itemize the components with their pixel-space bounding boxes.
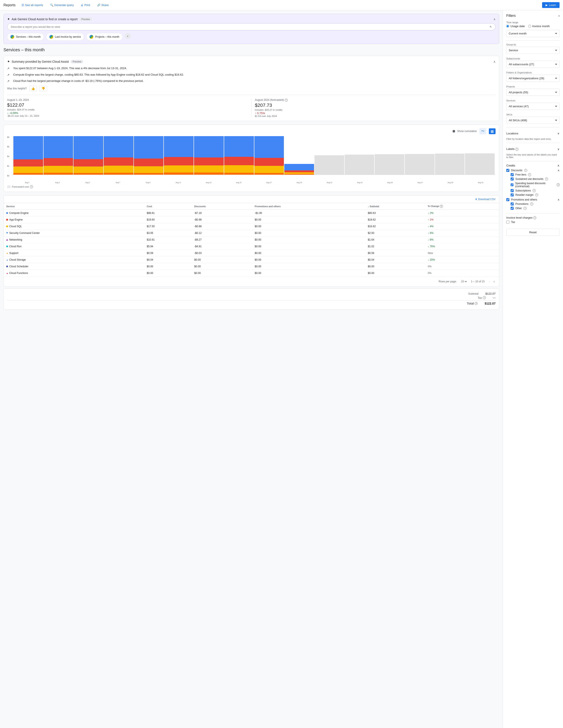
- table-footer: Rows per page: 10 25 50 1 – 10 of 15 ‹ ›: [4, 277, 499, 286]
- promotions-cell: $0.00: [252, 216, 365, 223]
- subscriptions-help-icon[interactable]: ?: [533, 189, 536, 192]
- th-discounts: Discounts: [192, 203, 252, 210]
- chip-gcp-icon: [10, 35, 14, 39]
- forecast-help-icon[interactable]: ?: [285, 99, 288, 102]
- service-cell: ✦Support: [4, 250, 144, 256]
- tax-checkbox[interactable]: Tax: [506, 221, 560, 224]
- promotions-cell: $0.00: [252, 256, 365, 263]
- chip-invoice[interactable]: Last invoice by service: [46, 33, 84, 41]
- discounts-checkbox[interactable]: Discounts ? ∧: [506, 169, 560, 172]
- ask-input[interactable]: ✎: [7, 23, 496, 30]
- other-checkbox[interactable]: Other ?: [511, 207, 560, 210]
- download-csv-button[interactable]: ⬇ Download CSV: [475, 198, 496, 201]
- search-icon: 🔍: [50, 3, 53, 7]
- chip-projects[interactable]: Projects – this month: [86, 33, 122, 41]
- change-cell: 0%: [425, 263, 499, 270]
- other-help-icon[interactable]: ?: [524, 207, 527, 210]
- generate-query-button[interactable]: 🔍 Generate query: [47, 2, 76, 8]
- line-chart-button[interactable]: 〜: [479, 128, 486, 134]
- projects-section: Projects All projects (55): [506, 85, 560, 96]
- discounts-cell: -$0.03: [192, 250, 252, 256]
- folders-select[interactable]: All folders/organizations (28): [506, 75, 560, 82]
- projects-select[interactable]: All projects (55): [506, 89, 560, 96]
- chip-services[interactable]: Services – this month: [7, 33, 44, 41]
- ask-bar-title-text: Ask Gemini Cloud Assist to find or creat…: [12, 17, 78, 21]
- spending-help-icon[interactable]: ?: [557, 183, 560, 186]
- th-promotions: Promotions and others: [252, 203, 365, 210]
- page-nav: ‹ ›: [488, 279, 496, 284]
- cost-cell: $5.94: [144, 243, 192, 250]
- group-by-select[interactable]: Service: [506, 47, 560, 54]
- spending-checkbox[interactable]: Spending based discounts (contractual) ?: [511, 182, 560, 188]
- free-tiers-checkbox[interactable]: Free tiers ?: [511, 173, 560, 176]
- promotions-cell: -$1.00: [252, 210, 365, 216]
- usage-date-radio[interactable]: Usage date: [506, 25, 525, 28]
- chips-scroll-right[interactable]: ›: [125, 33, 131, 39]
- promotions-cell: $0.00: [252, 250, 365, 256]
- thumbs-down-button[interactable]: 👎: [39, 86, 47, 91]
- discounts-cell: -$0.12: [192, 230, 252, 236]
- th-change: % Change ?: [425, 203, 499, 210]
- chip-invoice-label: Last invoice by service: [55, 35, 81, 38]
- top-nav: Reports ☰ See all reports 🔍 Generate que…: [0, 0, 563, 10]
- invoice-help-icon[interactable]: ?: [533, 216, 536, 219]
- credits-header[interactable]: Credits ∧: [506, 164, 560, 167]
- promotions-others-checkbox[interactable]: Promotions and others ∧: [506, 198, 560, 201]
- skus-select[interactable]: All SKUs (408): [506, 117, 560, 124]
- current-month-select[interactable]: Current month: [506, 30, 560, 37]
- app-title: Reports: [3, 3, 16, 7]
- th-subtotal: ↓ Subtotal: [365, 203, 425, 210]
- filters-expand-icon[interactable]: ›: [558, 14, 560, 18]
- cost-cell: $3.05: [144, 230, 192, 236]
- subaccounts-select[interactable]: All subaccounts (27): [506, 61, 560, 68]
- total-help-icon[interactable]: ?: [475, 302, 478, 305]
- collapse-summary-icon[interactable]: ∧: [493, 60, 496, 63]
- change-help-icon[interactable]: ?: [440, 205, 443, 208]
- rows-per-page-select[interactable]: 10 25 50: [460, 280, 468, 283]
- next-page-button[interactable]: ›: [493, 279, 496, 284]
- discounts-cell: -$0.98: [192, 216, 252, 223]
- sustained-checkbox[interactable]: Sustained use discounts ?: [511, 177, 560, 180]
- promotions-cell: $0.00: [252, 270, 365, 276]
- forecast-stat: August 2024 (forecasted) ? $207.73 inclu…: [255, 98, 496, 117]
- prev-page-button[interactable]: ‹: [488, 279, 491, 284]
- print-button[interactable]: 🖨 Print: [78, 2, 93, 8]
- discounts-cell: -$0.88: [192, 223, 252, 230]
- show-cumulative-toggle[interactable]: ⏺ Show cumulative: [452, 129, 477, 134]
- cost-cell: $0.00: [144, 263, 192, 270]
- locations-header[interactable]: Locations ∨: [506, 130, 560, 137]
- see-all-reports-button[interactable]: ☰ See all reports: [19, 2, 46, 8]
- reset-button[interactable]: Reset: [506, 229, 560, 236]
- promotions-help-icon[interactable]: ?: [530, 202, 533, 205]
- services-select[interactable]: All services (47): [506, 103, 560, 110]
- collapse-ask-icon[interactable]: ∧: [493, 17, 496, 21]
- content-area: ✦ Ask Gemini Cloud Assist to find or cre…: [0, 10, 503, 728]
- reseller-help-icon[interactable]: ?: [535, 193, 538, 196]
- sustained-help-icon[interactable]: ?: [545, 177, 548, 180]
- labels-header[interactable]: Labels ? ∨: [506, 146, 560, 152]
- free-tiers-help-icon[interactable]: ?: [528, 173, 531, 176]
- page-title: Services – this month: [3, 47, 499, 52]
- subtotal-cell: $80.63: [365, 210, 425, 216]
- bar-chart-button[interactable]: ▦: [489, 128, 496, 134]
- invoice-month-radio[interactable]: Invoice month: [528, 25, 550, 28]
- thumbs-up-button[interactable]: 👍: [29, 86, 37, 91]
- discounts-cell: $0.00: [192, 256, 252, 263]
- subscriptions-checkbox[interactable]: Subscriptions ?: [511, 189, 560, 192]
- ask-input-field[interactable]: [11, 25, 490, 28]
- change-cell: 0%: [425, 270, 499, 276]
- promotions-checkbox[interactable]: Promotions ?: [511, 202, 560, 205]
- reseller-checkbox[interactable]: Reseller margin ?: [511, 193, 560, 196]
- subtotal-cell: $1.64: [365, 236, 425, 243]
- discounts-help-icon[interactable]: ?: [524, 169, 527, 172]
- table-row: Compute Engine $88.81 -$7.18 -$1.00 $80.…: [4, 210, 499, 216]
- service-cell: Compute Engine: [4, 210, 144, 216]
- forecast-help-icon[interactable]: ?: [30, 185, 33, 188]
- print-icon: 🖨: [81, 3, 83, 7]
- tax-help-icon[interactable]: ?: [483, 296, 486, 299]
- subtotal-value: $122.07: [485, 292, 496, 295]
- change-cell: ↓ 4%: [425, 223, 499, 230]
- learn-button[interactable]: ▶ Learn: [542, 2, 560, 8]
- labels-help-icon[interactable]: ?: [515, 148, 518, 151]
- share-button[interactable]: 🔗 Share: [94, 2, 111, 8]
